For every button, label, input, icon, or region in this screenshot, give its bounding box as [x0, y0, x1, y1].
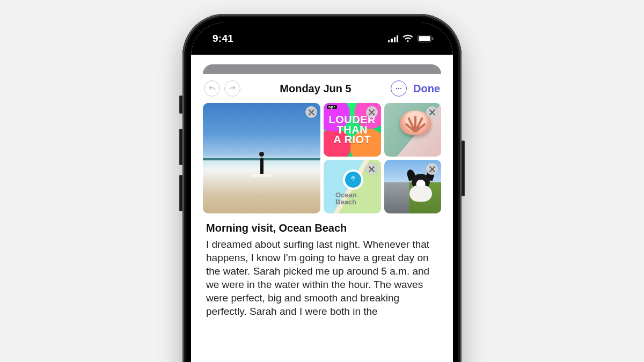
- entry-text-area[interactable]: Morning visit, Ocean Beach I dreamed abo…: [196, 219, 448, 362]
- mute-switch: [179, 95, 182, 114]
- attachment-photo-seashell[interactable]: [384, 103, 442, 157]
- attachments-grid: npr LOUDER THAN A RIOT: [196, 101, 448, 219]
- volume-down-button: [179, 175, 182, 211]
- volume-up-button: [179, 129, 182, 165]
- undo-button[interactable]: [204, 80, 220, 97]
- svg-point-3: [396, 88, 397, 89]
- podcast-publisher-badge: npr: [327, 105, 337, 109]
- attachment-location-ocean-beach[interactable]: Ocean Beach: [324, 160, 381, 213]
- attachment-photo-surfing[interactable]: [203, 103, 320, 213]
- svg-point-4: [398, 88, 399, 89]
- remove-attachment-button[interactable]: [426, 163, 438, 175]
- more-options-button[interactable]: [391, 80, 407, 97]
- sheet-header: Monday Jun 5 Done: [196, 74, 448, 101]
- entry-body: I dreamed about surfing last night. When…: [206, 238, 438, 318]
- power-button: [462, 141, 465, 196]
- iphone-device-frame: 9:41: [182, 14, 462, 362]
- attachment-photo-dog-car[interactable]: [384, 160, 442, 213]
- remove-attachment-button[interactable]: [366, 163, 378, 175]
- svg-rect-1: [419, 36, 430, 41]
- podcast-title: LOUDER THAN A RIOT: [329, 115, 376, 144]
- remove-attachment-button[interactable]: [305, 106, 317, 118]
- done-button[interactable]: Done: [411, 83, 440, 95]
- battery-icon: [418, 35, 434, 42]
- svg-point-6: [353, 176, 354, 178]
- entry-title: Morning visit, Ocean Beach: [206, 222, 438, 234]
- svg-rect-2: [432, 37, 433, 40]
- remove-attachment-button[interactable]: [426, 106, 438, 118]
- dynamic-island: [284, 29, 360, 49]
- cellular-signal-icon: [388, 35, 398, 42]
- screen: 9:41: [191, 23, 453, 362]
- entry-date: Monday Jun 5: [245, 83, 386, 95]
- svg-point-5: [400, 88, 401, 89]
- attachment-podcast-louder-than-a-riot[interactable]: npr LOUDER THAN A RIOT: [324, 103, 381, 157]
- remove-attachment-button[interactable]: [366, 106, 378, 118]
- status-time: 9:41: [213, 33, 233, 45]
- map-location-label: Ocean Beach: [335, 191, 357, 206]
- wifi-icon: [402, 34, 413, 43]
- redo-button[interactable]: [224, 80, 240, 97]
- journal-entry-sheet: Monday Jun 5 Done: [196, 74, 448, 362]
